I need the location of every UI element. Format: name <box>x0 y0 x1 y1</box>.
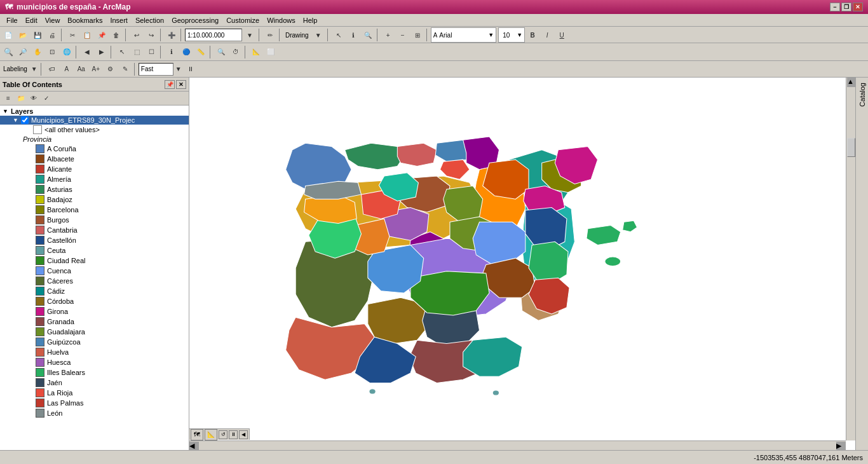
labeling-speed-input[interactable] <box>139 63 173 76</box>
redo-button[interactable]: ↪ <box>144 28 158 42</box>
full-extent-btn[interactable]: 🌐 <box>60 45 74 59</box>
find-tool[interactable]: 🔍 <box>361 28 375 42</box>
select-tool[interactable]: ↖ <box>332 28 346 42</box>
print-button[interactable]: 🖨 <box>45 28 59 42</box>
labeling-toolbar: Labeling ▼ 🏷 A Aa A+ ⚙ ✎ ▼ ⏸ <box>0 61 868 78</box>
find-btn2[interactable]: 🔍 <box>214 45 228 59</box>
menu-bookmarks[interactable]: Bookmarks <box>64 15 106 25</box>
sep13 <box>210 46 212 58</box>
menu-insert[interactable]: Insert <box>106 15 132 25</box>
toc-list-by-source[interactable]: 📁 <box>15 93 27 104</box>
pause-btn[interactable]: ⏸ <box>229 430 238 439</box>
minimize-button[interactable]: − <box>830 3 840 11</box>
hscroll-right-btn[interactable]: ▶ <box>836 442 846 450</box>
zoom-in-btn2[interactable]: 🔍 <box>1 45 15 59</box>
labeling-pause-btn[interactable]: ⏸ <box>184 62 198 76</box>
labeling-btn4[interactable]: A+ <box>89 62 103 76</box>
copy-button[interactable]: 📋 <box>80 28 94 42</box>
zoom-out-btn2[interactable]: 🔎 <box>16 45 30 59</box>
delete-button[interactable]: 🗑 <box>109 28 123 42</box>
map-horizontal-scrollbar[interactable]: ◀ ▶ <box>189 440 846 450</box>
menu-geoprocessing[interactable]: Geoprocessing <box>168 15 222 25</box>
html-popup-btn[interactable]: 🔵 <box>179 45 193 59</box>
open-button[interactable]: 📂 <box>16 28 30 42</box>
menu-bar: File Edit View Bookmarks Insert Selectio… <box>0 14 868 27</box>
menu-help[interactable]: Help <box>299 15 322 25</box>
font-size-input[interactable] <box>501 29 517 41</box>
menu-selection[interactable]: Selection <box>132 15 168 25</box>
hscroll-left-btn[interactable]: ◀ <box>189 442 199 450</box>
menu-customize[interactable]: Customize <box>222 15 263 25</box>
dataframe-btn[interactable]: ⬜ <box>264 45 278 59</box>
map-vertical-scrollbar[interactable]: ▲ <box>846 78 855 440</box>
title-bar-controls[interactable]: − ❐ ✕ <box>830 3 863 11</box>
layout-view-tab[interactable]: 📐 <box>205 429 217 440</box>
font-size-dropdown[interactable]: ▼ <box>517 32 522 38</box>
layer-checkbox[interactable] <box>21 116 29 124</box>
cut-button[interactable]: ✂ <box>65 28 79 42</box>
legend-item: La Rioja <box>0 388 189 398</box>
toc-list-by-selection[interactable]: ✓ <box>41 93 52 104</box>
map-area[interactable]: ▲ ◀ ▶ 🗺 📐 ↺ ⏸ ◀ <box>189 78 855 450</box>
zoom-extent-button[interactable]: ⊞ <box>410 28 424 42</box>
labeling-btn6[interactable]: ✎ <box>118 62 132 76</box>
layer-expand[interactable]: ▼ <box>13 117 18 123</box>
pan-btn[interactable]: ✋ <box>31 45 44 59</box>
layout-btn[interactable]: 📐 <box>249 45 263 59</box>
zoom-next-btn[interactable]: ▶ <box>95 45 109 59</box>
catalog-tab[interactable]: Catalog <box>857 80 867 109</box>
menu-file[interactable]: File <box>3 15 22 25</box>
toc-list-by-drawing-order[interactable]: ≡ <box>3 93 14 104</box>
underline-button[interactable]: U <box>555 28 569 42</box>
menu-edit[interactable]: Edit <box>22 15 41 25</box>
layers-expand[interactable]: ▼ <box>3 108 8 114</box>
measure-btn[interactable]: 📏 <box>194 45 208 59</box>
layer-municipios[interactable]: ▼ Municipios_ETRS89_30N_Projec <box>0 116 189 125</box>
new-button[interactable]: 📄 <box>1 28 15 42</box>
select-elements-btn[interactable]: ⬚ <box>130 45 144 59</box>
zoom-in-button[interactable]: + <box>381 28 395 42</box>
toc-pin-button[interactable]: 📌 <box>165 80 175 89</box>
save-button[interactable]: 💾 <box>31 28 44 42</box>
toc-list-by-visibility[interactable]: 👁 <box>28 93 39 104</box>
vscroll-up-btn[interactable]: ▲ <box>847 78 855 87</box>
drawing-dropdown[interactable]: ▼ <box>311 28 325 42</box>
legend-color-box <box>36 338 44 346</box>
map-view-tab[interactable]: 🗺 <box>191 429 203 440</box>
menu-view[interactable]: View <box>41 15 64 25</box>
zoom-extent-btn2[interactable]: ⊡ <box>45 45 59 59</box>
editor-button[interactable]: ✏ <box>263 28 277 42</box>
zoom-out-button[interactable]: − <box>396 28 410 42</box>
toc-close-button[interactable]: ✕ <box>176 80 186 89</box>
identify-tool[interactable]: ℹ <box>346 28 360 42</box>
legend-item: Ciudad Real <box>0 256 189 266</box>
clear-selection-btn[interactable]: ☐ <box>144 45 158 59</box>
select-btn2[interactable]: ↖ <box>115 45 129 59</box>
restore-button[interactable]: ❐ <box>841 3 851 11</box>
refresh-btn[interactable]: ↺ <box>219 430 227 439</box>
labeling-btn2[interactable]: A <box>60 62 74 76</box>
scale-input[interactable] <box>185 29 242 41</box>
add-data-button[interactable]: ➕ <box>165 28 179 42</box>
font-name-input[interactable] <box>437 29 488 41</box>
labeling-btn1[interactable]: 🏷 <box>45 62 59 76</box>
time-slider-btn[interactable]: ⏱ <box>229 45 243 59</box>
undo-button[interactable]: ↩ <box>130 28 144 42</box>
paste-button[interactable]: 📌 <box>95 28 109 42</box>
labeling-dropdown[interactable]: ▼ <box>30 62 39 76</box>
menu-windows[interactable]: Windows <box>263 15 299 25</box>
legend-item-label: Guadalajara <box>47 328 85 336</box>
close-button[interactable]: ✕ <box>853 3 863 11</box>
italic-button[interactable]: I <box>540 28 554 42</box>
vscroll-thumb[interactable] <box>847 138 855 157</box>
legend-item-label: Ciudad Real <box>47 257 86 264</box>
scale-button[interactable]: ▼ <box>243 28 257 42</box>
labeling-btn5[interactable]: ⚙ <box>104 62 118 76</box>
labeling-btn3[interactable]: Aa <box>74 62 88 76</box>
prev-tab-btn[interactable]: ◀ <box>239 430 248 439</box>
bold-button[interactable]: B <box>526 28 539 42</box>
labeling-speed-dropdown[interactable]: ▼ <box>174 62 183 76</box>
zoom-prev-btn[interactable]: ◀ <box>80 45 94 59</box>
font-name-dropdown[interactable]: ▼ <box>488 32 494 38</box>
identify-btn2[interactable]: ℹ <box>165 45 179 59</box>
